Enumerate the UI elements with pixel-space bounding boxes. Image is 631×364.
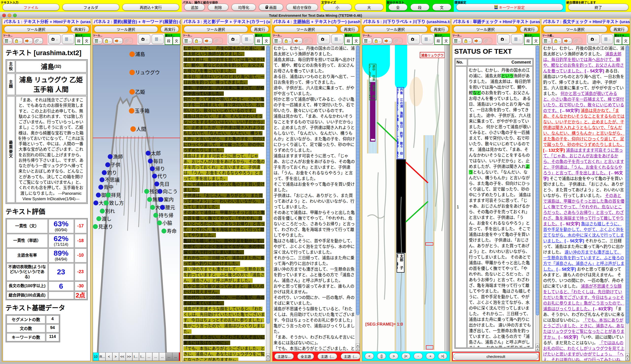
selection-marker-bottom[interactable] <box>426 345 433 350</box>
subject-filter-button[interactable]: 主語（... <box>341 353 360 360</box>
document-button[interactable]: ... <box>511 34 523 44</box>
vertical-scrollbar[interactable]: ▲▼ <box>266 45 270 361</box>
tool-select-button[interactable]: ツール選択 <box>453 26 518 32</box>
delete-tool-button[interactable]: ... <box>183 38 192 44</box>
keyword-node[interactable]: 寿命 <box>161 227 177 234</box>
vertical-scrollbar[interactable]: ▲▼ <box>625 45 629 361</box>
lock-tool-button[interactable]: ... <box>373 38 382 44</box>
part-seg-button[interactable]: 段 <box>75 37 83 44</box>
keyword-label-box-green[interactable]: 途中 往来 手足 代り 白玉 向こう 立派 金銀 <box>369 64 376 100</box>
keyword-node[interactable]: 乙姫 <box>129 88 145 95</box>
sentence[interactable]: それから二、三日経って、浦島はまた舟に乗って海へ釣りに出かけました。 <box>274 256 355 266</box>
capture-button[interactable]: ... <box>587 34 600 44</box>
river-nav-button[interactable]: |< <box>402 353 411 359</box>
document-button[interactable]: ... <box>152 34 164 44</box>
checked-sentence[interactable]: 浦島は見かねて、「まあ、そんなかわいそうなことをするものではない、いい子だから」… <box>543 108 624 147</box>
keyword-node[interactable]: 漁師 <box>108 153 123 160</box>
map-nav-button[interactable]: < <box>106 352 112 361</box>
scrollbar-thumb[interactable] <box>536 46 539 316</box>
toolbar-button-小[interactable]: 小 <box>323 4 352 10</box>
tool-select-button[interactable]: ツール選択 <box>363 26 428 32</box>
map-nav-button[interactable]: > <box>112 352 119 361</box>
keyword-node[interactable]: 背中 <box>98 184 114 190</box>
scrollbar-thumb[interactable] <box>356 46 359 315</box>
part-seg-button[interactable]: 段 <box>255 37 262 44</box>
close-window-icon[interactable] <box>2 14 6 17</box>
subject-filter-button[interactable]: 主語（... <box>318 353 337 360</box>
rerun-button[interactable]: 再実行 <box>520 26 538 32</box>
scroll-up-icon[interactable]: ▲ <box>536 344 539 348</box>
toolbar-button-均等化[interactable]: 均等化 <box>231 4 256 10</box>
keyword-node[interactable]: 案内 <box>158 196 174 203</box>
tool-select-button[interactable]: ツール選択 <box>4 26 68 32</box>
part-sen-button[interactable]: 文 <box>532 37 540 44</box>
send-tool-button[interactable]: ... <box>24 38 33 44</box>
toolbar-button-組合せ保存[interactable]: 組合せ保存 <box>286 4 318 10</box>
river-scrollbar[interactable] <box>444 45 450 352</box>
delete-tool-button[interactable]: ... <box>273 38 282 44</box>
scrollbar-thumb[interactable] <box>626 46 629 324</box>
char-count-annotation[interactable]: [←58文字] <box>556 267 576 272</box>
keyword-node[interactable]: 毎日 <box>148 157 163 164</box>
keyword-node[interactable]: リュウグウ <box>129 69 160 76</box>
shaded-sentence[interactable]: 浦島太郎は、毎日釣竿を担いでは海へ出かけて、鯛や、鰹などのお魚を釣って、お父さん… <box>183 58 265 73</box>
part-sen-button[interactable]: 文 <box>262 37 270 44</box>
keyword-node[interactable]: 拝見 <box>106 191 121 198</box>
keyword-node[interactable]: 代り <box>152 172 167 180</box>
clip-tool-button[interactable]: ... <box>34 38 43 44</box>
main-keyword-label[interactable]: 浦島リュウグウ <box>420 52 445 58</box>
keyword-node[interactable]: 腰元 <box>160 204 175 211</box>
selection-marker[interactable] <box>425 242 433 246</box>
keyword-node[interactable]: 玉手箱 <box>129 107 150 114</box>
part-sen-button[interactable]: 文 <box>83 37 91 44</box>
clip-tool-button[interactable]: ... <box>303 38 312 44</box>
scroll-up-icon[interactable]: ▲ <box>356 344 360 347</box>
sentence[interactable]: 遠い沖の方までも漕ぎ出して、一生懸命お魚を釣っていますと、ふと後ろの方で「浦島さ… <box>274 267 355 283</box>
toolbar-button-削除[interactable]: 削除 <box>208 4 228 10</box>
shaded-sentence[interactable]: 浦島は見かねて、「まあ、そんなかわいそうなことをするものではない、いい子だから」… <box>183 114 265 152</box>
window-resize-grip[interactable] <box>0 362 631 364</box>
send-tool-button[interactable]: ... <box>203 38 212 44</box>
keyword-label-box-blue[interactable]: 丹後 江の浦 漁師 毎日 釣竿 散々 仰向け 可哀そう 甲羅 釣り 一生懸命 後… <box>397 87 404 159</box>
map-nav-button[interactable]: ... <box>159 352 166 361</box>
checkresult-button[interactable]: checkresult <box>453 353 539 360</box>
sentence[interactable]: その代り、いつの間にか、一匹の亀が、舟のそばに来ていました。 <box>274 295 355 306</box>
map-nav-button[interactable]: I... <box>139 352 146 361</box>
keyword-node[interactable]: 釣り <box>102 169 117 176</box>
shaded-sentence[interactable]: 子供達は、「おじさん、ありがとう、また買ってあげよう」と、わいわい言いながら、行… <box>183 193 264 209</box>
send-tool-button[interactable]: ... <box>473 38 482 44</box>
part-sen-button[interactable]: 文 <box>173 37 180 44</box>
delete-tool-button[interactable]: ... <box>3 38 12 44</box>
rerun-button[interactable]: 再実行 <box>340 26 359 32</box>
delete-tool-button[interactable]: ... <box>542 38 551 44</box>
document-button[interactable]: ... <box>241 34 254 44</box>
lock-tool-button[interactable]: ... <box>552 38 562 44</box>
keyword-node[interactable]: 致し方 <box>104 199 124 206</box>
map-nav-button[interactable]: ... <box>166 352 172 361</box>
scrollbar-thumb[interactable] <box>266 46 270 324</box>
vertical-scrollbar[interactable]: ▲▼ <box>356 45 360 351</box>
keyword-node[interactable]: 別れ <box>100 207 115 214</box>
shaded-sentence[interactable]: そこで浦島はお金をやって亀の子を買い受けました。 <box>183 182 264 192</box>
lock-tool-button[interactable]: ... <box>193 38 202 44</box>
sentence[interactable]: むかし、むかし、丹後の国水の江の浦に、浦島太郎という漁師がありました。 <box>274 46 355 56</box>
shaded-sentence[interactable]: 浦島が不思議そうな顔をしていると、「わたくしは、先日助けていただいた亀でございま… <box>183 306 265 334</box>
river-nav-button[interactable]: [] <box>377 353 386 359</box>
sentence[interactable]: 浦島はますます可哀そうに思って、「じゃあ、おじさんがお金をあげるから、その亀の子… <box>274 154 355 181</box>
part-sen-button[interactable]: 文 <box>353 37 360 44</box>
keyword-node[interactable]: 向こう <box>158 188 178 195</box>
toolbar-button-大[interactable]: 大 <box>355 4 384 10</box>
shaded-sentence[interactable]: それから二、三日経って、浦島はまた舟に乗って海へ釣りに出かけました。 <box>183 256 264 266</box>
sentence[interactable]: 途中、子供が五、六人往来に集まって、がやがや言っていました。 <box>274 86 355 96</box>
keyword-node[interactable]: 子供 <box>105 161 121 168</box>
keyword-node[interactable]: 持ち帰 <box>153 212 174 219</box>
map-nav-button[interactable]: >> <box>126 352 132 361</box>
lock-tool-button[interactable]: ... <box>103 38 112 44</box>
shaded-sentence[interactable]: 「でも、本当にありがとうございました、ときに、浦島さん、あなたはリュウグウをご覧… <box>183 346 265 361</box>
scroll-down-icon[interactable]: ▼ <box>266 357 270 361</box>
shaded-sentence[interactable]: そのあとで浦島は、甲羅からそっと出した亀の首を優しく撫でてやって、「やれやれ、危… <box>183 210 265 238</box>
clip-tool-button[interactable]: ... <box>483 38 492 44</box>
char-count-annotation[interactable]: [←56文字] <box>565 239 584 243</box>
scroll-down-icon[interactable]: ▼ <box>536 348 539 351</box>
part-sen-button[interactable]: 文 <box>622 37 630 44</box>
